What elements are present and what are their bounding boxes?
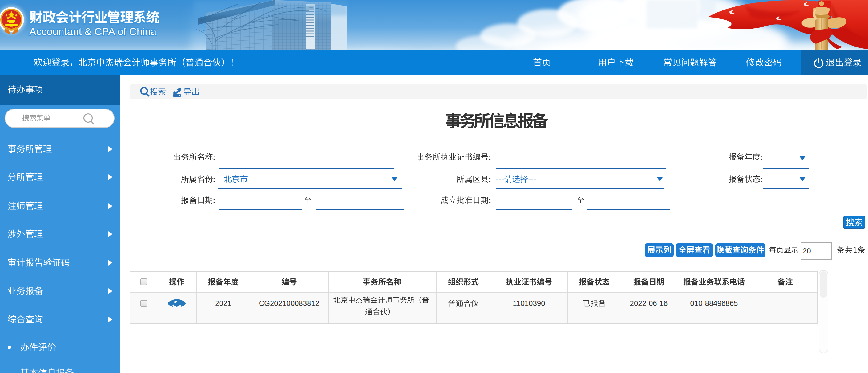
svg-text:Accountant & CPA of China: Accountant & CPA of China (29, 26, 156, 37)
